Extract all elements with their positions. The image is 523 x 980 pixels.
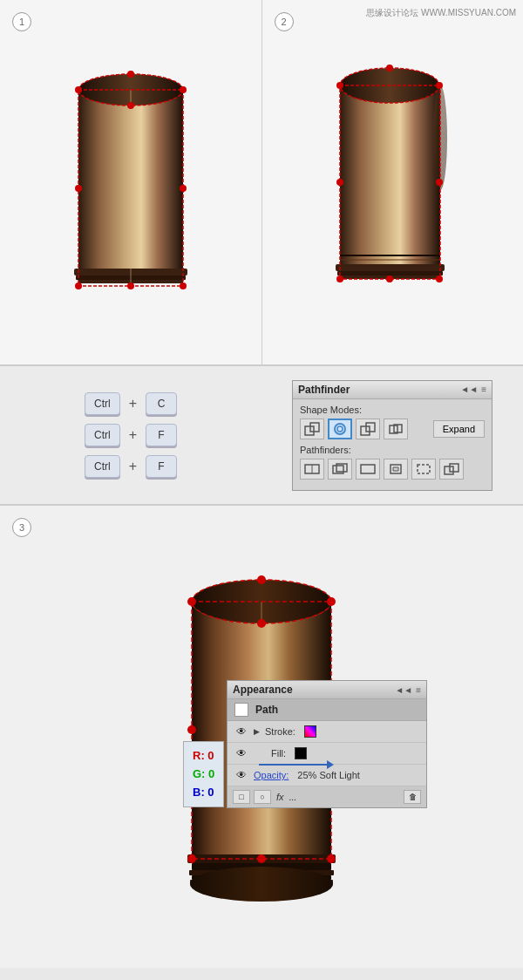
key-row-2: Ctrl + F xyxy=(85,424,177,446)
rgb-arrow xyxy=(259,764,329,766)
pf-outline-icon[interactable] xyxy=(411,459,436,480)
cylinder2-svg xyxy=(323,51,462,312)
f-key-1: F xyxy=(146,424,177,446)
keyboard-area: Ctrl + C Ctrl + F Ctrl + F xyxy=(0,384,262,487)
unite-icon[interactable] xyxy=(300,419,324,439)
stroke-expand-icon[interactable]: ▶ xyxy=(254,727,260,736)
pathfinder-menu[interactable]: ≡ xyxy=(481,385,486,394)
svg-point-66 xyxy=(257,575,266,584)
ap-menu[interactable]: ≡ xyxy=(416,685,421,695)
svg-rect-17 xyxy=(340,85,440,277)
ap-fx-button[interactable]: fx xyxy=(276,792,284,802)
svg-rect-40 xyxy=(366,423,375,432)
pathfinder-controls: ◄◄ ≡ xyxy=(460,385,486,394)
pf-trim-icon[interactable] xyxy=(328,459,352,480)
pf-minus-back-icon[interactable] xyxy=(439,459,464,480)
svg-point-65 xyxy=(187,597,196,606)
svg-point-37 xyxy=(335,424,345,434)
svg-point-29 xyxy=(436,82,443,89)
svg-rect-35 xyxy=(305,426,314,435)
svg-rect-49 xyxy=(445,466,453,474)
appearance-title: Appearance xyxy=(233,684,293,696)
appearance-titlebar: Appearance ◄◄ ≡ xyxy=(228,681,426,699)
plus-3: + xyxy=(129,459,137,474)
svg-point-31 xyxy=(436,179,443,186)
svg-point-16 xyxy=(180,282,187,289)
ap-collapse[interactable]: ◄◄ xyxy=(395,685,412,695)
svg-point-71 xyxy=(187,854,196,863)
fill-visibility-icon[interactable]: 👁 xyxy=(234,746,248,760)
svg-point-32 xyxy=(336,276,343,282)
step1-number: 1 xyxy=(12,12,31,31)
svg-point-9 xyxy=(127,71,134,78)
svg-point-12 xyxy=(180,185,187,192)
key-row-1: Ctrl + C xyxy=(85,392,177,415)
plus-1: + xyxy=(129,396,137,412)
minus-front-icon[interactable] xyxy=(328,419,352,439)
svg-point-34 xyxy=(436,276,443,282)
intersect-icon[interactable] xyxy=(356,419,380,439)
step2-number: 2 xyxy=(275,12,294,31)
key-row-3: Ctrl + F xyxy=(85,455,177,478)
svg-point-67 xyxy=(327,597,336,606)
pathfinder-panel: Pathfinder ◄◄ ≡ Shape Modes: xyxy=(292,380,492,491)
pathfinders-label: Pathfinders: xyxy=(300,445,485,455)
path-thumbnail-icon xyxy=(234,703,248,717)
exclude-icon[interactable] xyxy=(384,419,408,439)
ap-circle-icon[interactable]: ○ xyxy=(254,790,271,804)
svg-point-27 xyxy=(336,82,343,89)
stroke-row: 👁 ▶ Stroke: xyxy=(228,721,426,743)
rgb-g-value: G: 0 xyxy=(193,766,214,784)
pathfinder-body: Shape Modes: xyxy=(293,399,492,490)
appearance-panel: Appearance ◄◄ ≡ Path 👁 ▶ Stroke: xyxy=(227,680,427,808)
svg-point-8 xyxy=(75,86,82,93)
opacity-label[interactable]: Opacity: xyxy=(254,770,289,780)
svg-point-38 xyxy=(337,426,343,432)
ctrl-key-1: Ctrl xyxy=(85,392,120,415)
svg-rect-21 xyxy=(337,271,443,276)
pf-divide-icon[interactable] xyxy=(300,459,324,480)
cylinder1-container xyxy=(65,59,196,306)
path-label: Path xyxy=(255,704,278,716)
ap-trash-icon[interactable]: 🗑 xyxy=(404,790,421,804)
svg-rect-47 xyxy=(361,465,375,473)
svg-point-73 xyxy=(327,854,336,863)
plus-2: + xyxy=(129,427,137,443)
pathfinders-row xyxy=(300,459,485,480)
stroke-label: Stroke: xyxy=(265,726,295,737)
f-key-2: F xyxy=(146,455,177,478)
svg-point-30 xyxy=(336,179,343,186)
stroke-visibility-icon[interactable]: 👁 xyxy=(234,725,248,738)
stroke-swatch[interactable] xyxy=(304,725,316,738)
expand-button[interactable]: Expand xyxy=(433,420,485,438)
step3-content: Appearance ◄◄ ≡ Path 👁 ▶ Stroke: xyxy=(44,549,479,918)
appearance-controls: ◄◄ ≡ xyxy=(395,685,421,695)
pf-merge-icon[interactable] xyxy=(356,459,380,480)
svg-point-10 xyxy=(180,86,187,93)
shape-modes-row: Expand xyxy=(300,419,485,439)
appearance-footer: □ ○ fx ... 🗑 xyxy=(228,786,426,807)
ctrl-key-2: Ctrl xyxy=(85,424,120,446)
pf-crop-icon[interactable] xyxy=(384,459,408,480)
pathfinder-area: Pathfinder ◄◄ ≡ Shape Modes: xyxy=(262,371,523,500)
rgb-b-value: B: 0 xyxy=(193,784,214,802)
large-cylinder-wrap: Appearance ◄◄ ≡ Path 👁 ▶ Stroke: xyxy=(174,549,349,918)
svg-rect-20 xyxy=(336,264,445,271)
top-row: 1 xyxy=(0,0,523,366)
svg-rect-36 xyxy=(310,423,319,432)
step3-number: 3 xyxy=(12,518,31,537)
pathfinder-title: Pathfinder xyxy=(298,384,350,396)
ap-square-icon[interactable]: □ xyxy=(233,790,250,804)
cylinder2-container xyxy=(323,51,462,315)
fill-label: Fill: xyxy=(271,748,286,759)
fill-swatch[interactable] xyxy=(295,747,307,759)
svg-point-70 xyxy=(257,619,266,628)
middle-row: Ctrl + C Ctrl + F Ctrl + F Pathfinder ◄◄… xyxy=(0,366,523,506)
svg-point-28 xyxy=(386,65,393,71)
svg-point-61 xyxy=(190,867,333,902)
opacity-value: 25% Soft Light xyxy=(297,770,360,780)
ap-dots-icon[interactable]: ... xyxy=(289,793,296,802)
opacity-visibility-icon[interactable]: 👁 xyxy=(234,768,248,782)
svg-point-33 xyxy=(386,276,393,282)
pathfinder-collapse[interactable]: ◄◄ xyxy=(460,385,478,394)
